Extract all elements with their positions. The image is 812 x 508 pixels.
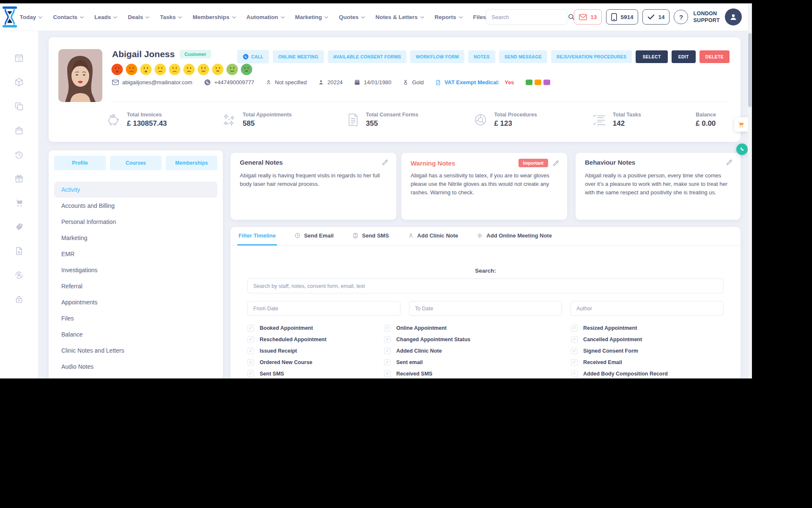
cart-icon[interactable]: [14, 198, 24, 208]
profile-menu-item[interactable]: Accounts and Billing: [54, 198, 217, 214]
edit-button[interactable]: EDIT: [672, 50, 696, 63]
delete-button[interactable]: DELETE: [700, 50, 730, 63]
checkbox-checked-icon[interactable]: [247, 336, 254, 343]
shop-bag-icon[interactable]: [14, 125, 24, 135]
cart-fab[interactable]: [734, 117, 748, 132]
nav-item[interactable]: Notes & Letters: [376, 14, 424, 20]
profile-menu-item[interactable]: Referral: [54, 278, 217, 294]
checkbox-checked-icon[interactable]: [571, 370, 578, 377]
tab-memberships[interactable]: Memberships: [166, 156, 217, 170]
satisfaction-face-icon[interactable]: [198, 64, 209, 75]
package-icon[interactable]: [14, 77, 24, 87]
checkbox-checked-icon[interactable]: [571, 325, 578, 331]
report-icon[interactable]: [14, 246, 24, 256]
nav-item[interactable]: Quotes: [339, 14, 365, 20]
vat-exempt-status[interactable]: VAT Exempt Medical:Yes: [435, 79, 514, 86]
checkbox-checked-icon[interactable]: [247, 348, 254, 354]
notes-button[interactable]: NOTES: [468, 50, 495, 63]
checkbox-checked-icon[interactable]: [571, 359, 578, 366]
author-input[interactable]: [571, 301, 724, 316]
nav-item[interactable]: Contacts: [53, 14, 84, 20]
nav-item[interactable]: Today: [20, 14, 43, 20]
color-tag[interactable]: [535, 80, 541, 85]
profile-menu-item[interactable]: Audio Notes: [54, 359, 217, 375]
profile-menu-item[interactable]: Personal Information: [54, 214, 217, 230]
satisfaction-face-icon[interactable]: [241, 64, 252, 75]
timeline-search-input[interactable]: [247, 279, 724, 293]
tab-send-email[interactable]: Send Email: [293, 227, 335, 246]
nav-item[interactable]: Automation: [247, 14, 285, 20]
history-icon[interactable]: [14, 149, 24, 160]
nav-item[interactable]: Deals: [128, 14, 149, 20]
workflow-form-button[interactable]: WORKFLOW FORM: [410, 50, 464, 63]
checkbox-checked-icon[interactable]: [384, 325, 391, 331]
rejuvenation-procedures-button[interactable]: REJUVENATION PROCEDURES: [551, 50, 632, 63]
profile-menu-item[interactable]: Activity: [54, 182, 217, 198]
user-avatar[interactable]: [725, 8, 742, 25]
customer-photo[interactable]: [58, 49, 102, 102]
tab-courses[interactable]: Courses: [110, 156, 162, 170]
checkbox-checked-icon[interactable]: [571, 336, 578, 343]
filter-checkbox-item[interactable]: Received Email: [571, 359, 724, 366]
checkbox-checked-icon[interactable]: [384, 370, 391, 377]
checkbox-checked-icon[interactable]: [247, 370, 254, 377]
filter-checkbox-item[interactable]: Resized Appointment: [571, 324, 724, 331]
phone-calls-badge[interactable]: 5914: [606, 9, 638, 25]
checkbox-checked-icon[interactable]: [384, 336, 391, 343]
nav-item[interactable]: Leads: [94, 14, 117, 20]
nav-item[interactable]: Tasks: [160, 14, 182, 20]
customer-phone[interactable]: +447490009777: [204, 79, 254, 86]
profile-menu-item[interactable]: Balance: [54, 326, 217, 342]
profile-menu-item[interactable]: Files: [54, 310, 217, 326]
filter-checkbox-item[interactable]: Added Body Composition Record: [571, 370, 724, 377]
satisfaction-face-icon[interactable]: [126, 64, 137, 75]
customer-sync-icon[interactable]: [14, 270, 24, 280]
satisfaction-face-icon[interactable]: [212, 64, 224, 75]
profile-menu-item[interactable]: Appointments: [54, 294, 217, 310]
phone-fab[interactable]: [736, 144, 748, 155]
profile-menu-item[interactable]: Clinic Notes and Letters: [54, 342, 217, 359]
color-tag[interactable]: [543, 80, 550, 85]
calendar-icon[interactable]: 12: [14, 53, 24, 63]
filter-checkbox-item[interactable]: Online Appointment: [384, 324, 571, 331]
checkbox-checked-icon[interactable]: [571, 348, 578, 354]
tab-send-sms[interactable]: Send SMS: [351, 227, 390, 246]
filter-checkbox-item[interactable]: Added Clinic Note: [384, 347, 571, 354]
gift-icon[interactable]: [14, 174, 24, 184]
tab-profile[interactable]: Profile: [54, 156, 106, 170]
filter-checkbox-item[interactable]: Changed Appointment Status: [384, 336, 571, 343]
profile-menu-item[interactable]: EMR: [54, 246, 217, 262]
select-button[interactable]: SELECT: [636, 50, 667, 63]
checkbox-checked-icon[interactable]: [247, 325, 254, 331]
call-button[interactable]: CALL: [237, 50, 269, 64]
satisfaction-face-icon[interactable]: [111, 64, 123, 75]
filter-checkbox-item[interactable]: Issued Receipt: [247, 347, 384, 354]
sales-tag-icon[interactable]: [14, 222, 24, 232]
satisfaction-face-icon[interactable]: [169, 64, 181, 75]
satisfaction-face-icon[interactable]: [154, 64, 166, 75]
nav-item[interactable]: Marketing: [295, 14, 329, 20]
filter-checkbox-item[interactable]: Ordered New Course: [247, 359, 384, 366]
from-date-input[interactable]: [247, 301, 401, 316]
checkbox-checked-icon[interactable]: [247, 359, 254, 366]
edit-pencil-icon[interactable]: [552, 160, 560, 167]
edit-pencil-icon[interactable]: [381, 159, 389, 166]
filter-checkbox-item[interactable]: Signed Consent Form: [571, 347, 724, 354]
scrollbar-thumb[interactable]: [748, 33, 752, 107]
lock-icon[interactable]: [14, 294, 24, 304]
satisfaction-face-icon[interactable]: [140, 64, 152, 75]
send-message-button[interactable]: SEND MESSAGE: [499, 50, 547, 63]
satisfaction-face-icon[interactable]: [226, 64, 238, 75]
filter-checkbox-item[interactable]: Received SMS: [384, 370, 571, 377]
edit-pencil-icon[interactable]: [726, 159, 733, 166]
vertical-scrollbar[interactable]: [748, 3, 752, 378]
brand-logo[interactable]: [0, 6, 20, 28]
search-input[interactable]: [486, 14, 568, 20]
satisfaction-face-icon[interactable]: [183, 64, 195, 75]
online-meeting-button[interactable]: ONLINE MEETING: [273, 50, 324, 63]
tasks-badge[interactable]: 14: [642, 9, 669, 25]
available-consent-forms-button[interactable]: AVAILABLE CONSENT FORMS: [328, 50, 407, 63]
messages-badge[interactable]: 13: [574, 9, 602, 25]
tab-add-online-meeting-note[interactable]: Add Online Meeting Note: [475, 227, 553, 246]
copy-icon[interactable]: [14, 101, 24, 111]
